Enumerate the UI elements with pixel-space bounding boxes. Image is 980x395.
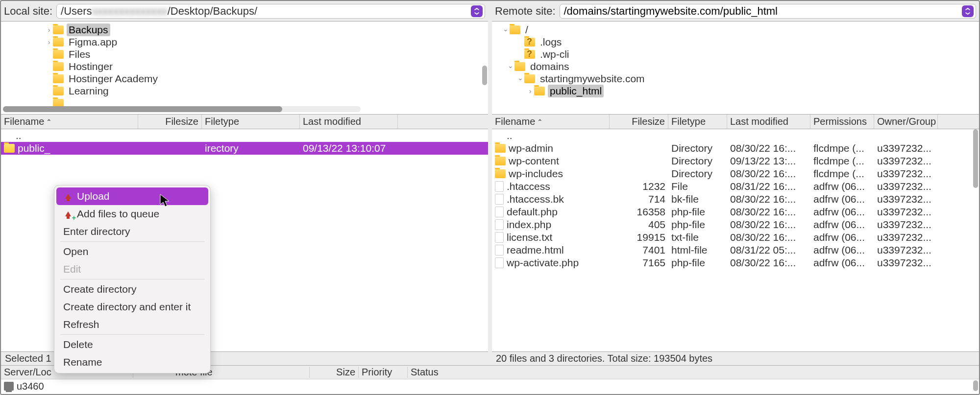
menu-item-upload[interactable]: Upload [56,187,208,205]
remote-col-filetype[interactable]: Filetype [668,115,727,129]
tree-item[interactable]: .logs [492,36,979,48]
folder-icon [53,38,64,46]
tree-expand-arrow-icon[interactable] [516,75,524,83]
unknown-folder-icon [524,50,535,59]
menu-item-enter-directory[interactable]: Enter directory [56,223,208,240]
menu-item-label: Create directory and enter it [63,301,191,313]
folder-icon [495,169,506,178]
local-path-combo[interactable]: /Users xxxxxxxxxxxxxx /Desktop/Backups/ [56,4,485,19]
context-menu[interactable]: Upload+Add files to queueEnter directory… [54,185,211,373]
menu-item-create-directory[interactable]: Create directory [56,280,208,298]
file-name: .. [507,130,513,141]
file-row[interactable]: default.php16358php-file08/30/22 16:...a… [492,206,979,218]
file-row[interactable]: readme.html7401html-file08/31/22 05:...a… [492,244,979,256]
file-row[interactable]: wp-activate.php7165php-file08/30/22 16:.… [492,256,979,269]
local-col-filesize[interactable]: Filesize [138,115,202,129]
file-row[interactable]: wp-adminDirectory08/30/22 16:...flcdmpe … [492,142,979,155]
tree-item[interactable]: Backups [1,23,488,36]
tree-item[interactable]: Learning [1,85,488,97]
queue-row[interactable]: u3460 [1,379,979,393]
tree-item-label: Files [67,48,92,61]
tree-item[interactable]: public_html [492,85,979,97]
tree-item-label: .wp-cli [538,48,571,61]
menu-item-refresh[interactable]: Refresh [56,316,208,333]
remote-col-permissions[interactable]: Permissions [810,115,874,129]
file-name: license.txt [507,232,552,243]
tree-item-label: / [523,23,530,36]
menu-item-add-files-to-queue[interactable]: +Add files to queue [56,205,208,223]
local-col-filetype[interactable]: Filetype [202,115,300,129]
file-icon [495,181,504,192]
tree-expand-arrow-icon[interactable] [45,38,53,46]
file-row[interactable]: license.txt19915txt-file08/30/22 16:...a… [492,231,979,244]
local-tree-scrollbar[interactable] [482,66,487,85]
tree-item[interactable]: Hostinger Academy [1,72,488,85]
tree-expand-arrow-icon[interactable] [507,63,514,70]
menu-item-label: Rename [63,356,102,368]
remote-path-input[interactable] [564,5,962,18]
tree-item[interactable]: domains [492,60,979,72]
tree-expand-arrow-icon[interactable] [502,26,510,34]
remote-file-list: Filename ⌃ Filesize Filetype Last modifi… [492,115,979,365]
folder-icon [53,87,64,95]
local-path-suffix: /Desktop/Backups/ [168,5,471,18]
queue-col-size[interactable]: Size [310,367,359,378]
tree-item-label: Hostinger [67,60,115,73]
menu-item-delete[interactable]: Delete [56,336,208,353]
tree-item[interactable]: Files [1,48,488,60]
unknown-folder-icon [524,38,535,46]
local-path-dropdown-button[interactable] [471,5,483,17]
menu-item-label: Edit [63,263,81,275]
queue-col-status[interactable]: Status [408,367,979,378]
tree-item[interactable]: Hostinger [1,60,488,72]
remote-col-owner[interactable]: Owner/Group [874,115,938,129]
tree-item-label: Hostinger Academy [67,72,160,85]
file-row[interactable]: index.php405php-file08/30/22 16:...adfrw… [492,218,979,231]
tree-expand-arrow-icon[interactable] [526,87,534,95]
remote-list-scrollbar[interactable] [973,129,978,188]
tree-item-label: domains [528,60,571,73]
tree-item-label: Figma.app [67,36,119,48]
tree-item[interactable]: Figma.app [1,36,488,48]
remote-site-label: Remote site: [495,5,560,18]
local-site-label: Local site: [4,5,56,18]
tree-item-label [67,103,71,104]
menu-item-rename[interactable]: Rename [56,353,208,371]
local-tree-hscroll-track[interactable] [3,106,361,112]
local-col-modified[interactable]: Last modified [300,115,398,129]
tree-item[interactable]: / [492,23,979,36]
sort-asc-icon: ⌃ [537,118,543,126]
file-row[interactable]: .htaccess.bk714bk-file08/30/22 16:...adf… [492,193,979,206]
queue-scrollbar[interactable] [973,380,978,391]
file-name: index.php [507,219,551,231]
server-icon [4,382,14,391]
tree-item[interactable]: startingmywebsite.com [492,72,979,85]
file-row[interactable]: .. [1,129,488,142]
menu-item-edit: Edit [56,260,208,278]
file-row[interactable]: .htaccess1232File08/31/22 16:...adfrw (0… [492,180,979,193]
remote-col-modified[interactable]: Last modified [727,115,810,129]
local-site-bar: Local site: /Users xxxxxxxxxxxxxx /Deskt… [1,1,488,22]
menu-item-open[interactable]: Open [56,243,208,260]
remote-path-combo[interactable] [560,4,977,19]
tree-item-label: Backups [67,23,110,36]
tree-expand-arrow-icon[interactable] [45,26,53,34]
menu-item-label: Refresh [63,319,99,330]
local-col-filename[interactable]: Filename ⌃ [1,115,138,129]
file-row[interactable]: .. [492,129,979,142]
local-path-prefix: /Users [61,5,92,18]
tree-item-label: public_html [548,85,604,97]
local-tree-hscroll-thumb[interactable] [3,106,282,112]
file-row[interactable]: wp-includesDirectory08/30/22 16:...flcdm… [492,167,979,180]
file-row[interactable]: wp-contentDirectory09/13/22 13:...flcdmp… [492,155,979,167]
remote-list-header: Filename ⌃ Filesize Filetype Last modifi… [492,115,979,129]
menu-item-create-directory-and-enter-it[interactable]: Create directory and enter it [56,298,208,316]
file-name: wp-includes [509,168,563,180]
remote-col-filename[interactable]: Filename ⌃ [492,115,610,129]
tree-item[interactable]: .wp-cli [492,48,979,60]
remote-path-dropdown-button[interactable] [962,5,974,17]
remote-col-filesize[interactable]: Filesize [610,115,668,129]
file-name: .htaccess [507,181,550,192]
queue-col-priority[interactable]: Priority [359,367,408,378]
file-row[interactable]: public_irectory09/13/22 13:10:07 [1,142,488,155]
